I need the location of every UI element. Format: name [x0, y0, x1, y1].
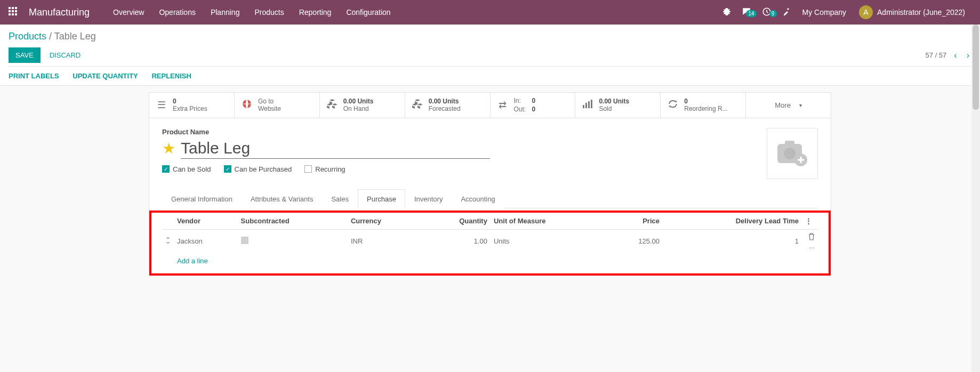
breadcrumb-current: Table Leg [54, 31, 96, 42]
cell-lead[interactable]: 1 [663, 229, 802, 253]
tab-inventory[interactable]: Inventory [405, 189, 452, 208]
discard-button[interactable]: DISCARD [43, 47, 88, 63]
pager-next[interactable]: › [965, 48, 971, 62]
vertical-scrollbar[interactable] [971, 25, 980, 282]
tab-attributes-variants[interactable]: Attributes & Variants [242, 189, 323, 208]
col-options[interactable]: ⋮ [802, 213, 818, 230]
messages-icon[interactable]: 14 [736, 7, 757, 18]
transfer-icon: ⇄ [497, 99, 509, 111]
cell-vendor[interactable]: Jackson [174, 229, 238, 253]
table-row[interactable]: Jackson INR 1.00 Units 125.00 1 ... [162, 229, 818, 253]
messages-badge: 14 [746, 10, 756, 17]
update-quantity-button[interactable]: UPDATE QUANTITY [73, 72, 138, 80]
tab-sales[interactable]: Sales [322, 189, 358, 208]
cell-subcontracted[interactable] [238, 229, 348, 253]
favorite-star-icon[interactable]: ★ [162, 140, 175, 157]
breadcrumb-root[interactable]: Products [9, 31, 46, 42]
chart-icon [582, 100, 593, 111]
stat-forecasted[interactable]: 0.00 Units Forecasted [405, 93, 491, 118]
save-button[interactable]: SAVE [9, 47, 41, 63]
stat-reordering[interactable]: 0 Reordering R... [661, 93, 746, 118]
nav-planning[interactable]: Planning [203, 0, 247, 25]
nav-products[interactable]: Products [247, 0, 291, 25]
pager-text: 57 / 57 [926, 51, 947, 59]
product-name-label: Product Name [162, 128, 767, 136]
stat-website[interactable]: Go to Website [235, 93, 320, 118]
boxes-icon [326, 99, 338, 111]
vendor-table: Vendor Subcontracted Currency Quantity U… [162, 213, 818, 269]
avatar: A [859, 5, 873, 19]
user-menu[interactable]: A Administrator (June_2022) [853, 5, 971, 19]
tab-general-information[interactable]: General Information [162, 189, 242, 208]
can-be-purchased-check[interactable]: ✓ Can be Purchased [224, 165, 292, 173]
col-lead[interactable]: Delivery Lead Time [663, 213, 802, 230]
col-vendor[interactable]: Vendor [174, 213, 238, 230]
tabs: General Information Attributes & Variant… [162, 189, 818, 208]
stat-on-hand[interactable]: 0.00 Units On Hand [320, 93, 405, 118]
product-name-input[interactable] [181, 138, 490, 159]
replenish-button[interactable]: REPLENISH [151, 72, 191, 80]
add-line-link[interactable]: Add a line [177, 257, 208, 265]
cell-currency[interactable]: INR [348, 229, 421, 253]
svg-rect-3 [585, 103, 587, 108]
user-name: Administrator (June_2022) [877, 8, 965, 17]
top-nav: Manufacturing Overview Operations Planni… [0, 0, 980, 25]
col-subcontracted[interactable]: Subcontracted [238, 213, 348, 230]
caret-down-icon: ▾ [799, 102, 802, 108]
refresh-icon [667, 99, 679, 111]
app-title[interactable]: Manufacturing [29, 7, 90, 18]
nav-operations[interactable]: Operations [151, 0, 203, 25]
checkbox-unchecked-icon [304, 165, 312, 173]
stat-sold[interactable]: 0.00 Units Sold [575, 93, 661, 118]
list-icon: ☰ [156, 99, 167, 111]
activity-badge: 9 [769, 10, 777, 17]
company-switcher[interactable]: My Company [796, 8, 853, 17]
col-currency[interactable]: Currency [348, 213, 421, 230]
vendor-pricelist-highlight: Vendor Subcontracted Currency Quantity U… [149, 211, 831, 276]
svg-rect-7 [785, 141, 794, 146]
cell-quantity[interactable]: 1.00 [421, 229, 491, 253]
stat-more[interactable]: More ▾ [746, 93, 831, 118]
tools-icon[interactable] [777, 7, 796, 18]
pager-prev[interactable]: ‹ [952, 48, 959, 62]
nav-overview[interactable]: Overview [106, 0, 151, 25]
svg-point-8 [784, 148, 796, 159]
cell-uom[interactable]: Units [491, 229, 607, 253]
cell-price[interactable]: 125.00 [607, 229, 663, 253]
form-sheet: ☰ 0 Extra Prices Go to Website [149, 92, 831, 276]
svg-rect-4 [588, 101, 590, 108]
col-price[interactable]: Price [607, 213, 663, 230]
col-uom[interactable]: Unit of Measure [491, 213, 607, 230]
drag-handle-icon[interactable] [162, 229, 174, 253]
nav-configuration[interactable]: Configuration [339, 0, 398, 25]
scrollbar-thumb[interactable] [973, 25, 979, 110]
col-quantity[interactable]: Quantity [421, 213, 491, 230]
control-bar: Products / Table Leg SAVE DISCARD 57 / 5… [0, 25, 980, 86]
can-be-sold-check[interactable]: ✓ Can be Sold [162, 165, 211, 173]
nav-reporting[interactable]: Reporting [292, 0, 339, 25]
checkbox-checked-icon: ✓ [162, 165, 170, 173]
stat-in-out[interactable]: ⇄ In:0 Out:0 [491, 93, 576, 118]
apps-icon[interactable] [9, 7, 19, 18]
svg-rect-2 [583, 105, 584, 108]
stat-bar: ☰ 0 Extra Prices Go to Website [149, 93, 831, 118]
checkbox-unchecked-icon [241, 237, 248, 244]
breadcrumb: Products / Table Leg [9, 31, 971, 42]
print-labels-button[interactable]: PRINT LABELS [9, 72, 59, 80]
stat-extra-prices[interactable]: ☰ 0 Extra Prices [149, 93, 235, 118]
boxes-icon [412, 99, 423, 111]
svg-rect-5 [591, 100, 592, 108]
tab-purchase[interactable]: Purchase [358, 189, 405, 208]
delete-row-icon[interactable]: ... [802, 229, 818, 253]
recurring-check[interactable]: Recurring [304, 165, 345, 173]
tab-accounting[interactable]: Accounting [452, 189, 504, 208]
action-row: PRINT LABELS UPDATE QUANTITY REPLENISH [9, 66, 971, 85]
product-image-placeholder[interactable] [767, 128, 818, 179]
checkbox-checked-icon: ✓ [224, 165, 231, 173]
globe-icon [241, 99, 253, 111]
activity-icon[interactable]: 9 [757, 7, 777, 18]
debug-icon[interactable] [717, 7, 736, 18]
